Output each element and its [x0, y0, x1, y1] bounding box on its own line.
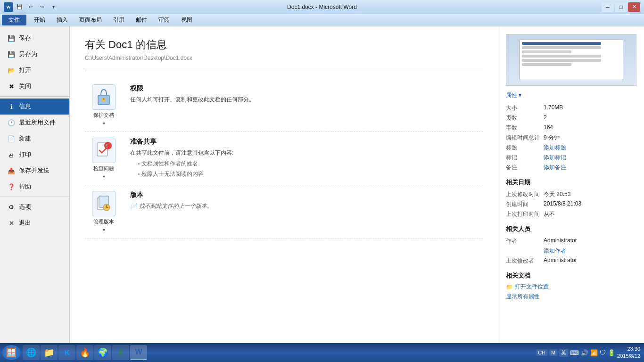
qa-undo[interactable]: ↩ [26, 3, 35, 11]
tab-pagelayout[interactable]: 页面布局 [74, 14, 107, 26]
close-doc-icon: ✖ [8, 82, 15, 90]
sidebar-item-close[interactable]: ✖ 关闭 [0, 78, 69, 94]
taskbar-k[interactable]: K [58, 345, 75, 360]
prop-size: 大小 1.70MB [506, 103, 636, 113]
divider-top [85, 71, 483, 71]
versions-section: 管理版本 ▾ 版本 📄找不到此文件的上一个版本。 [85, 185, 483, 239]
start-button[interactable]: 🪟 [2, 345, 21, 360]
protect-label: 保护文档 [93, 112, 114, 119]
taskbar-firefox[interactable]: 🔥 [76, 345, 93, 360]
page-title: 有关 Doc1 的信息 [85, 38, 483, 52]
maximize-button[interactable]: □ [615, 2, 627, 12]
last-modifier-value: Administrator [544, 257, 636, 265]
sidebar-item-recent[interactable]: 🕐 最近所用文件 [0, 115, 69, 131]
prop-notes: 备注 添加备注 [506, 163, 636, 173]
date-modified-value: 今天 20:53 [544, 190, 636, 198]
sidebar-divider-1 [0, 96, 69, 97]
new-icon: 📄 [8, 135, 15, 142]
prop-title: 标题 添加标题 [506, 143, 636, 153]
props-section-title[interactable]: 属性 ▾ [506, 91, 636, 99]
sidebar-item-sendsave[interactable]: 📤 保存并发送 [0, 163, 69, 179]
main-layout: 💾 保存 💾 另存为 📂 打开 ✖ 关闭 ℹ 信息 🕐 最近所用文件 📄 新建 [0, 26, 644, 343]
taskbar-battery[interactable]: 🔋 [608, 349, 615, 356]
preview-image [506, 34, 636, 85]
taskbar-explorer[interactable]: 📁 [41, 345, 58, 360]
prepare-text: 准备共享 在共享此文件前，请注意其包含以下内容: 文档属性和作者的姓名 残障人士… [123, 138, 483, 179]
protect-arrow[interactable]: ▾ [103, 121, 105, 126]
taskbar-icon-1[interactable]: ⌨ [570, 349, 579, 356]
sidebar-item-info[interactable]: ℹ 信息 [0, 99, 69, 115]
add-author-label [506, 247, 544, 255]
content-area: 有关 Doc1 的信息 C:\Users\Administrator\Deskt… [70, 26, 498, 343]
permissions-desc: 任何人均可打开、复制和更改此文档的任何部分。 [130, 96, 483, 104]
prepare-sub-2: 残障人士无法阅读的内容 [130, 169, 483, 180]
qa-customize[interactable]: ▾ [49, 3, 58, 11]
qa-save[interactable]: 💾 [15, 3, 24, 11]
sidebar-item-new[interactable]: 📄 新建 [0, 131, 69, 147]
info-icon: ℹ [8, 103, 15, 110]
prop-edittime-label: 编辑时间总计 [506, 134, 544, 142]
minimize-button[interactable]: ─ [602, 2, 614, 12]
tab-view[interactable]: 视图 [175, 14, 198, 26]
person-last-modifier: 上次修改者 Administrator [506, 256, 636, 266]
prop-pages-label: 页数 [506, 114, 544, 122]
sidebar-item-open[interactable]: 📂 打开 [0, 62, 69, 78]
taskbar-ie[interactable]: 🌐 [23, 345, 40, 360]
tab-mailings[interactable]: 邮件 [130, 14, 153, 26]
prepare-desc: 在共享此文件前，请注意其包含以下内容: [130, 149, 483, 157]
date-created-value: 2015/8/8 21:03 [544, 200, 636, 208]
sidebar-item-save[interactable]: 💾 保存 [0, 30, 69, 46]
lang-m[interactable]: M [549, 349, 557, 356]
open-file-location-link[interactable]: 📁 打开文件位置 [506, 283, 636, 291]
prop-tags-value[interactable]: 添加标记 [544, 154, 636, 162]
sidebar-item-saveas[interactable]: 💾 另存为 [0, 46, 69, 62]
tab-review[interactable]: 审阅 [153, 14, 175, 26]
versions-icon [92, 191, 116, 216]
sidebar-item-print[interactable]: 🖨 打印 [0, 147, 69, 163]
lang-ch[interactable]: CH [536, 349, 547, 356]
prop-words-label: 字数 [506, 124, 544, 132]
print-icon: 🖨 [8, 151, 15, 158]
check-arrow[interactable]: ▾ [103, 174, 105, 179]
file-path: C:\Users\Administrator\Desktop\Doc1.docx [85, 55, 483, 61]
lang-en[interactable]: 英 [559, 349, 568, 357]
sidebar-item-options[interactable]: ⚙ 选项 [0, 199, 69, 215]
permissions-title: 权限 [130, 84, 483, 93]
preview-line-1 [522, 42, 601, 45]
sidebar-item-help[interactable]: ❓ 帮助 [0, 179, 69, 195]
tab-insert[interactable]: 插入 [51, 14, 74, 26]
prepare-section: ! 检查问题 ▾ 准备共享 在共享此文件前，请注意其包含以下内容: 文档属性和作… [85, 132, 483, 185]
prop-title-value[interactable]: 添加标题 [544, 144, 636, 152]
prop-tags: 标记 添加标记 [506, 153, 636, 163]
taskbar-wifi[interactable]: 📶 [590, 349, 598, 356]
prop-tags-label: 标记 [506, 154, 544, 162]
person-author: 作者 Administrator [506, 236, 636, 246]
taskbar-right: CH M 英 ⌨ 🔊 📶 🛡 🔋 23:30 2015/8/12 [536, 346, 642, 360]
add-author-value[interactable]: 添加作者 [544, 247, 636, 255]
taskbar-excel[interactable]: X [112, 345, 129, 360]
tab-references[interactable]: 引用 [107, 14, 130, 26]
prop-notes-label: 备注 [506, 164, 544, 172]
sidebar-item-exit[interactable]: ✕ 退出 [0, 215, 69, 231]
qa-redo[interactable]: ↪ [38, 3, 46, 11]
sidebar-divider-2 [0, 197, 69, 197]
preview-line-4 [522, 55, 601, 58]
prop-words-value: 164 [544, 124, 636, 132]
prop-title-label: 标题 [506, 144, 544, 152]
preview-line-5 [522, 59, 601, 62]
close-button[interactable]: ✕ [628, 2, 640, 12]
prop-notes-value[interactable]: 添加备注 [544, 164, 636, 172]
taskbar-app5[interactable]: 🌍 [94, 345, 111, 360]
tab-file[interactable]: 文件 [2, 15, 26, 25]
taskbar-word[interactable]: W [130, 345, 147, 360]
taskbar-icon-2[interactable]: 🔊 [581, 349, 588, 356]
prop-edittime: 编辑时间总计 9 分钟 [506, 133, 636, 143]
show-all-properties-link[interactable]: 显示所有属性 [506, 293, 636, 301]
taskbar-time: 23:30 2015/8/12 [617, 346, 640, 360]
tab-home[interactable]: 开始 [28, 14, 51, 26]
taskbar-apps: 🌐 📁 K 🔥 🌍 X W [23, 345, 536, 360]
taskbar-shield[interactable]: 🛡 [600, 349, 606, 356]
prop-size-label: 大小 [506, 104, 544, 112]
versions-arrow[interactable]: ▾ [103, 227, 105, 232]
exit-icon: ✕ [8, 219, 15, 227]
